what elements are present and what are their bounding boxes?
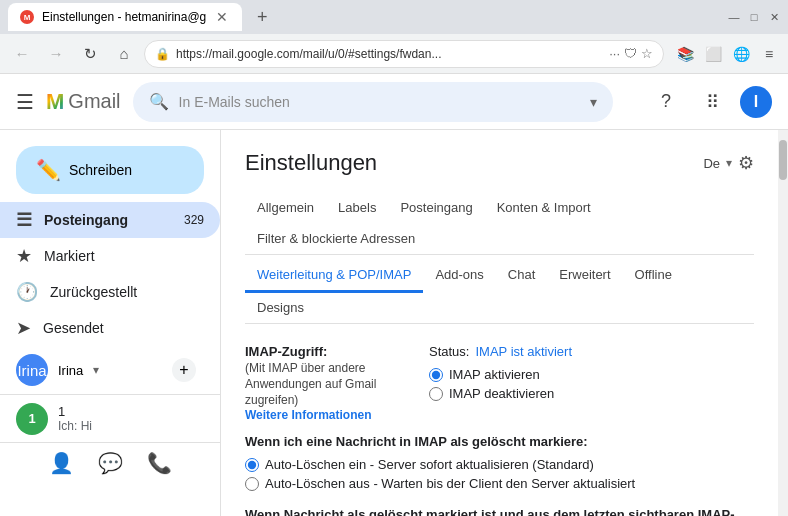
radio-activate[interactable] <box>429 368 443 382</box>
more-info-link[interactable]: Weitere Informationen <box>245 408 371 422</box>
chat-icon[interactable]: 💬 <box>98 451 123 475</box>
main-content: Einstellungen De ▾ ⚙ Allgemein Labels Po… <box>220 130 778 516</box>
compose-button[interactable]: ✏️ Schreiben <box>16 146 204 194</box>
browser-tab[interactable]: M Einstellungen - hetmanirina@g ✕ <box>8 3 242 31</box>
status-value: IMAP ist aktiviert <box>475 344 572 359</box>
inbox-icon: ☰ <box>16 209 32 231</box>
sidebar-item-sent[interactable]: ➤ Gesendet <box>0 310 220 346</box>
snoozed-icon: 🕐 <box>16 281 38 303</box>
close-button[interactable]: ✕ <box>768 11 780 23</box>
radio-deactivate[interactable] <box>429 387 443 401</box>
tab-manager-icon[interactable]: ⬜ <box>702 43 724 65</box>
star-icon: ★ <box>16 245 32 267</box>
expunge-question: Wenn Nachricht als gelöscht markiert ist… <box>245 507 754 516</box>
tab-addons[interactable]: Add-ons <box>423 259 495 292</box>
settings-title-right: De ▾ ⚙ <box>703 152 754 174</box>
chat-info: 1 Ich: Hi <box>58 404 204 433</box>
add-account-button[interactable]: + <box>172 358 196 382</box>
maximize-button[interactable]: □ <box>748 11 760 23</box>
tab-favicon: M <box>20 10 34 24</box>
chat-preview: Ich: Hi <box>58 419 204 433</box>
tab-labels[interactable]: Labels <box>326 192 388 223</box>
app-container: M Einstellungen - hetmanirina@g ✕ + — □ … <box>0 0 788 516</box>
new-tab-button[interactable]: + <box>248 3 276 31</box>
home-button[interactable]: ⌂ <box>110 40 138 68</box>
sent-icon: ➤ <box>16 317 31 339</box>
tab-konten[interactable]: Konten & Import <box>485 192 603 223</box>
minimize-button[interactable]: — <box>728 11 740 23</box>
tab-title: Einstellungen - hetmanirina@g <box>42 10 206 24</box>
lang-dropdown-icon[interactable]: ▾ <box>726 156 732 170</box>
chat-item[interactable]: 1 1 Ich: Hi <box>0 394 220 442</box>
scrollbar-thumb[interactable] <box>779 140 787 180</box>
globe-icon[interactable]: 🌐 <box>730 43 752 65</box>
tab-designs[interactable]: Designs <box>245 292 316 323</box>
body-area: ✏️ Schreiben ☰ Posteingang 329 ★ Markier… <box>0 130 788 516</box>
compose-label: Schreiben <box>69 162 132 178</box>
address-bar[interactable]: 🔒 https://mail.google.com/mail/u/0/#sett… <box>144 40 664 68</box>
delete-option-1-row: Auto-Löschen ein - Server sofort aktuali… <box>245 457 754 472</box>
tab-allgemein[interactable]: Allgemein <box>245 192 326 223</box>
tab-offline[interactable]: Offline <box>623 259 684 292</box>
back-button[interactable]: ← <box>8 40 36 68</box>
bookmark-icon[interactable]: ☆ <box>641 46 653 61</box>
scrollbar[interactable] <box>778 130 788 516</box>
inbox-badge: 329 <box>184 213 204 227</box>
imap-label-sub2: Anwendungen auf Gmail <box>245 377 405 391</box>
address-bar-actions: ··· 🛡 ☆ <box>609 46 653 61</box>
account-row[interactable]: Irina Irina ▾ + <box>0 346 220 394</box>
sidebar-item-snoozed[interactable]: 🕐 Zurückgestellt <box>0 274 220 310</box>
sidebar-item-starred[interactable]: ★ Markiert <box>0 238 220 274</box>
library-icon[interactable]: 📚 <box>674 43 696 65</box>
sidebar-item-inbox[interactable]: ☰ Posteingang 329 <box>0 202 220 238</box>
hamburger-menu[interactable]: ☰ <box>16 90 34 114</box>
sidebar-item-sent-label: Gesendet <box>43 320 104 336</box>
tab-chat[interactable]: Chat <box>496 259 547 292</box>
tab-erweitert[interactable]: Erweitert <box>547 259 622 292</box>
search-box[interactable]: 🔍 In E-Mails suchen ▾ <box>133 82 613 122</box>
settings-tabs-row2: Weiterleitung & POP/IMAP Add-ons Chat Er… <box>245 259 754 324</box>
lock-icon: 🔒 <box>155 47 170 61</box>
chat-avatar: 1 <box>16 403 48 435</box>
more-addr-icon[interactable]: ··· <box>609 46 620 61</box>
refresh-button[interactable]: ↻ <box>76 40 104 68</box>
tab-filter[interactable]: Filter & blockierte Adressen <box>245 223 427 254</box>
browser-menu-icon[interactable]: ≡ <box>758 43 780 65</box>
status-label: Status: <box>429 344 469 359</box>
sidebar-item-inbox-label: Posteingang <box>44 212 128 228</box>
settings-tabs: Allgemein Labels Posteingang Konten & Im… <box>245 192 754 255</box>
account-dropdown-icon[interactable]: ▾ <box>93 363 99 377</box>
account-avatar: Irina <box>16 354 48 386</box>
url-text: https://mail.google.com/mail/u/0/#settin… <box>176 47 441 61</box>
phone-icon[interactable]: 📞 <box>147 451 172 475</box>
tab-weiterleitung[interactable]: Weiterleitung & POP/IMAP <box>245 259 423 293</box>
delete-question: Wenn ich eine Nachricht in IMAP als gelö… <box>245 434 754 449</box>
radio-activate-label: IMAP aktivieren <box>449 367 540 382</box>
delete-option-1-label: Auto-Löschen ein - Server sofort aktuali… <box>265 457 594 472</box>
tab-posteingang[interactable]: Posteingang <box>388 192 484 223</box>
delete-option-2-row: Auto-Löschen aus - Warten bis der Client… <box>245 476 754 491</box>
compose-icon: ✏️ <box>36 158 61 182</box>
gear-icon[interactable]: ⚙ <box>738 152 754 174</box>
language-selector[interactable]: De <box>703 156 720 171</box>
tab-close-button[interactable]: ✕ <box>214 9 230 25</box>
search-chevron-icon[interactable]: ▾ <box>590 94 597 110</box>
radio-deactivate-label: IMAP deaktivieren <box>449 386 554 401</box>
contacts-icon[interactable]: 👤 <box>49 451 74 475</box>
delete-section: Wenn ich eine Nachricht in IMAP als gelö… <box>245 434 754 491</box>
delete-option-1-radio[interactable] <box>245 458 259 472</box>
window-controls: — □ ✕ <box>728 11 780 23</box>
settings-title-row: Einstellungen De ▾ ⚙ <box>245 150 754 176</box>
search-placeholder: In E-Mails suchen <box>179 94 580 110</box>
gmail-topbar: ☰ M Gmail 🔍 In E-Mails suchen ▾ ? ⠿ I <box>0 74 788 130</box>
radio-deactivate-row: IMAP deaktivieren <box>429 386 754 401</box>
profile-avatar[interactable]: I <box>740 86 772 118</box>
delete-option-2-radio[interactable] <box>245 477 259 491</box>
imap-label-main: IMAP-Zugriff: <box>245 344 405 359</box>
delete-option-2-label: Auto-Löschen aus - Warten bis der Client… <box>265 476 635 491</box>
apps-grid-icon[interactable]: ⠿ <box>694 84 730 120</box>
imap-row: IMAP-Zugriff: (Mit IMAP über andere Anwe… <box>245 344 754 422</box>
browser-titlebar: M Einstellungen - hetmanirina@g ✕ + — □ … <box>0 0 788 34</box>
help-icon[interactable]: ? <box>648 84 684 120</box>
forward-button[interactable]: → <box>42 40 70 68</box>
